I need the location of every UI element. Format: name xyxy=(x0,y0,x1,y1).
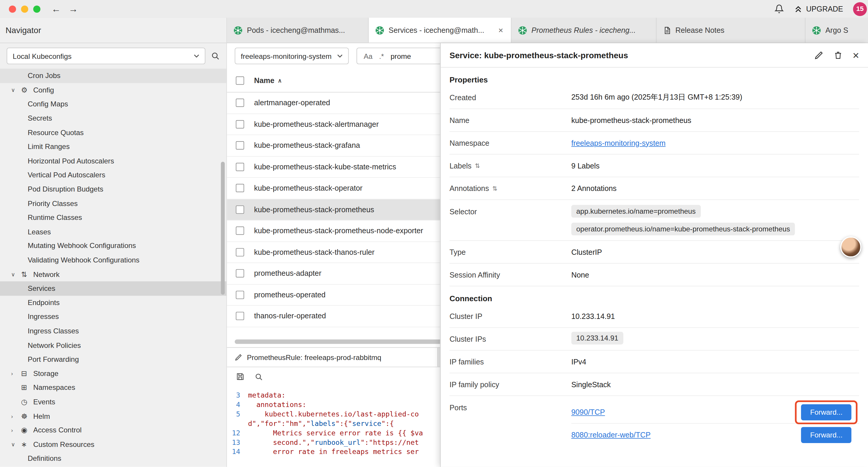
sidebar-item-vertical-pod-autoscalers[interactable]: Vertical Pod Autoscalers xyxy=(0,168,226,182)
annotations-header[interactable]: Annotations ⇅ xyxy=(450,184,571,193)
sidebar-item-resource-quotas[interactable]: Resource Quotas xyxy=(0,125,226,140)
sidebar-item-label: Services xyxy=(28,284,55,293)
close-tab-icon[interactable]: × xyxy=(497,25,504,35)
sidebar-item-events[interactable]: ◷Events xyxy=(0,395,226,409)
tree-chevron-icon[interactable]: ∨ xyxy=(11,271,21,277)
drawer-header: Service: kube-prometheus-stack-prometheu… xyxy=(440,43,868,67)
notification-count-badge[interactable]: 15 xyxy=(853,2,867,16)
row-checkbox[interactable] xyxy=(236,141,244,150)
sidebar-item-helm[interactable]: ›☸Helm xyxy=(0,409,226,423)
zoom-window-button[interactable] xyxy=(33,5,40,12)
sidebar-item-port-forwarding[interactable]: Port Forwarding xyxy=(0,352,226,366)
sidebar-item-config[interactable]: ∨⚙Config xyxy=(0,83,226,97)
sidebar-item-cron-jobs[interactable]: Cron Jobs xyxy=(0,68,226,83)
document-icon xyxy=(663,26,671,35)
forward-port-button[interactable]: Forward... xyxy=(801,427,851,443)
tab-release-notes[interactable]: Release Notes xyxy=(656,18,805,42)
row-checkbox[interactable] xyxy=(236,205,244,214)
tree-chevron-icon[interactable]: ∨ xyxy=(11,441,21,447)
floating-avatar[interactable] xyxy=(840,236,861,258)
forward-port-button[interactable]: Forward... xyxy=(801,404,851,420)
sidebar-item-definitions[interactable]: Definitions xyxy=(0,451,226,466)
sidebar-item-endpoints[interactable]: Endpoints xyxy=(0,296,226,310)
row-checkbox[interactable] xyxy=(236,227,244,235)
dock-tab-label: PrometheusRule: freeleaps-prod-rabbitmq xyxy=(247,353,381,361)
port-link[interactable]: 9090/TCP xyxy=(571,408,605,416)
sidebar-item-storage[interactable]: ›⊟Storage xyxy=(0,366,226,380)
sidebar-search-icon[interactable] xyxy=(211,52,220,60)
sidebar-item-leases[interactable]: Leases xyxy=(0,225,226,239)
minimize-window-button[interactable] xyxy=(21,5,28,12)
name-value: kube-prometheus-stack-prometheus xyxy=(571,116,859,124)
sidebar-item-ingresses[interactable]: Ingresses xyxy=(0,310,226,324)
upgrade-label: UPGRADE xyxy=(806,5,843,13)
row-checkbox[interactable] xyxy=(236,120,244,128)
tab-argo[interactable]: Argo S xyxy=(805,18,868,42)
name-column-header[interactable]: Name ∧ xyxy=(254,76,282,85)
editor-tabs: Pods - icecheng@mathmas... Services - ic… xyxy=(227,18,868,42)
labels-header[interactable]: Labels ⇅ xyxy=(450,162,571,170)
dock-tab-prometheusrule[interactable]: PrometheusRule: freeleaps-prod-rabbitmq xyxy=(227,348,438,367)
row-checkbox[interactable] xyxy=(236,291,244,299)
sidebar-item-limit-ranges[interactable]: Limit Ranges xyxy=(0,140,226,154)
row-checkbox[interactable] xyxy=(236,163,244,171)
notifications-bell-icon[interactable] xyxy=(775,4,784,14)
search-input[interactable]: prome xyxy=(391,52,411,60)
forward-arrow-icon[interactable]: → xyxy=(68,4,78,13)
tab-pods[interactable]: Pods - icecheng@mathmas... xyxy=(227,18,369,42)
editor-search-icon[interactable] xyxy=(255,372,263,381)
select-all-checkbox[interactable] xyxy=(236,76,244,85)
sidebar-item-label: Resource Quotas xyxy=(28,128,84,137)
sidebar-item-access-control[interactable]: ›◉Access Control xyxy=(0,423,226,437)
sidebar-item-ingress-classes[interactable]: Ingress Classes xyxy=(0,324,226,338)
close-window-button[interactable] xyxy=(9,5,16,12)
row-checkbox[interactable] xyxy=(236,184,244,193)
sidebar-item-validating-webhook-configurations[interactable]: Validating Webhook Configurations xyxy=(0,253,226,267)
sidebar-item-priority-classes[interactable]: Priority Classes xyxy=(0,196,226,210)
regex-toggle[interactable]: .* xyxy=(379,52,384,60)
sidebar-item-services[interactable]: Services xyxy=(0,282,226,296)
row-checkbox[interactable] xyxy=(236,248,244,256)
custom-resources-icon: ∗ xyxy=(21,440,33,448)
cluster-ip-value: 10.233.14.91 xyxy=(571,312,859,320)
port-link[interactable]: 8080:reloader-web/TCP xyxy=(571,431,651,439)
tab-label: Release Notes xyxy=(675,26,724,34)
close-drawer-icon[interactable]: × xyxy=(852,50,859,61)
tab-services[interactable]: Services - icecheng@math... × xyxy=(369,18,512,42)
row-checkbox[interactable] xyxy=(236,312,244,320)
row-checkbox[interactable] xyxy=(236,99,244,107)
sidebar-item-pod-disruption-budgets[interactable]: Pod Disruption Budgets xyxy=(0,182,226,196)
sidebar-item-mutating-webhook-configurations[interactable]: Mutating Webhook Configurations xyxy=(0,239,226,253)
sidebar-item-network[interactable]: ∨⇅Network xyxy=(0,267,226,282)
sidebar-item-label: Events xyxy=(33,398,55,406)
tree-chevron-icon[interactable]: › xyxy=(11,413,21,419)
detail-row-ip-family-policy: IP family policy SingleStack xyxy=(450,373,859,396)
sidebar-item-horizontal-pod-autoscalers[interactable]: Horizontal Pod Autoscalers xyxy=(0,154,226,168)
service-name: kube-prometheus-stack-alertmanager xyxy=(254,120,379,128)
sidebar-item-network-policies[interactable]: Network Policies xyxy=(0,338,226,352)
upgrade-button[interactable]: UPGRADE xyxy=(794,5,843,13)
sidebar-item-secrets[interactable]: Secrets xyxy=(0,111,226,125)
tab-label: Argo S xyxy=(826,26,848,34)
tree-chevron-icon[interactable]: › xyxy=(11,370,21,377)
tab-prometheus-rules[interactable]: Prometheus Rules - icecheng... xyxy=(512,18,656,42)
tree-chevron-icon[interactable]: › xyxy=(11,427,21,433)
match-case-toggle[interactable]: Aa xyxy=(364,52,373,60)
sidebar-item-label: Custom Resources xyxy=(33,440,94,448)
edit-pencil-icon[interactable] xyxy=(814,51,824,60)
delete-trash-icon[interactable] xyxy=(834,51,843,60)
namespace-filter-dropdown[interactable]: freeleaps-monitoring-system xyxy=(235,48,349,64)
namespace-link[interactable]: freeleaps-monitoring-system xyxy=(571,139,665,147)
row-checkbox[interactable] xyxy=(236,269,244,278)
sidebar-item-runtime-classes[interactable]: Runtime Classes xyxy=(0,210,226,225)
kubeconfig-dropdown[interactable]: Local Kubeconfigs xyxy=(6,48,205,64)
back-arrow-icon[interactable]: ← xyxy=(52,4,61,13)
detail-row-labels: Labels ⇅ 9 Labels xyxy=(450,154,859,177)
sidebar-item-label: Ingresses xyxy=(28,313,59,321)
sidebar-item-custom-resources[interactable]: ∨∗Custom Resources xyxy=(0,437,226,451)
sidebar-item-config-maps[interactable]: Config Maps xyxy=(0,97,226,111)
save-icon[interactable] xyxy=(236,372,245,381)
sidebar-item-namespaces[interactable]: ⊞Namespaces xyxy=(0,380,226,395)
sidebar-scrollbar[interactable] xyxy=(221,162,225,295)
tree-chevron-icon[interactable]: ∨ xyxy=(11,87,21,93)
